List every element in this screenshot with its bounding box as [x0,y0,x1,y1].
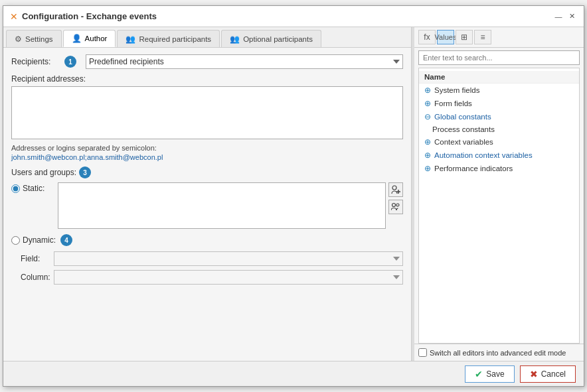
grid-button[interactable]: ⊞ [456,30,473,44]
column-row: Column: [11,270,403,285]
svg-point-0 [392,186,396,190]
dynamic-radio[interactable] [11,236,20,245]
left-panel: ⚙ Settings 👤 Author 👥 Required participa… [3,27,412,361]
title-bar-left: ✕ Configuration - Exchange events [10,11,157,22]
main-window: ✕ Configuration - Exchange events — ✕ ⚙ … [3,5,584,387]
tab-optional-participants[interactable]: 👥 Optional participants [221,30,321,47]
cancel-icon: ✖ [530,369,538,379]
recipients-select[interactable]: Predefined recipients [86,54,403,69]
users-groups-label: Users and groups: [11,168,76,177]
expand-icon-performance: ⊕ [424,164,431,173]
add-user-icon [391,185,400,194]
field-label: Field: [21,254,54,263]
close-button[interactable]: ✕ [566,11,577,22]
advanced-edit-checkbox[interactable] [418,348,427,357]
recipients-row: Recipients: 1 Predefined recipients [11,54,403,69]
static-buttons [388,182,403,229]
author-tab-icon: 👤 [72,34,82,43]
static-input-area [58,182,403,229]
tree-header: Name [419,71,579,84]
left-form: Recipients: 1 Predefined recipients Reci… [3,48,411,361]
advanced-edit-label[interactable]: Switch all editors into advanced edit mo… [418,348,566,357]
tree-item-process-constants[interactable]: Process constants [419,123,579,135]
column-label: Column: [21,273,54,282]
expand-icon-context-variables: ⊕ [424,137,431,147]
address-hint: Addresses or logins separated by semicol… [11,144,403,152]
cancel-button[interactable]: ✖ Cancel [520,365,576,383]
tree-item-global-constants[interactable]: ⊖ Global constants [419,110,579,123]
svg-point-4 [396,204,399,206]
window-title: Configuration - Exchange events [22,11,157,21]
dynamic-badge: 4 [60,234,72,246]
title-bar: ✕ Configuration - Exchange events — ✕ [3,6,584,27]
recipients-badge: 1 [64,56,76,68]
right-search-area [414,48,584,68]
users-groups-row: Users and groups: 3 [11,166,403,178]
dynamic-row: Dynamic: 4 [11,234,403,246]
dynamic-radio-label[interactable]: Dynamic: [11,235,58,245]
tree-item-form-fields[interactable]: ⊕ Form fields [419,97,579,110]
right-panel: fx Values ⊞ ≡ Name ⊕ [414,27,584,361]
expand-icon-form-fields: ⊕ [424,99,431,108]
field-row: Field: [11,251,403,266]
expand-icon-global-constants: ⊖ [424,112,431,121]
tree-item-context-variables[interactable]: ⊕ Context variables [419,135,579,149]
static-textarea[interactable] [58,182,386,229]
browse-users-button[interactable] [388,200,403,214]
add-user-button[interactable] [388,182,403,197]
bottom-bar: ✔ Save ✖ Cancel [3,361,584,386]
optional-tab-icon: 👥 [230,34,240,44]
users-groups-badge: 3 [79,166,91,178]
settings-tab-icon: ⚙ [15,34,22,44]
fx-button[interactable]: fx [418,30,436,44]
content-area: ⚙ Settings 👤 Author 👥 Required participa… [3,27,584,361]
tab-required-participants[interactable]: 👥 Required participants [117,30,220,47]
required-tab-icon: 👥 [126,34,135,44]
tree-item-performance-indicators[interactable]: ⊕ Performance indicators [419,162,579,175]
values-button[interactable]: Values [437,30,454,44]
static-row: Static: [11,182,403,229]
search-input[interactable] [418,50,580,65]
right-footer: Switch all editors into advanced edit mo… [414,344,584,361]
browse-users-icon [391,202,400,212]
static-radio-label[interactable]: Static: [11,182,58,193]
column-select[interactable] [54,270,403,285]
title-bar-controls: — ✕ [553,11,577,22]
tree-item-automation-context[interactable]: ⊕ Automation context variables [419,149,579,162]
tab-bar: ⚙ Settings 👤 Author 👥 Required participa… [3,27,411,48]
list-button[interactable]: ≡ [474,30,491,44]
recipient-addresses-section: Recipient addresses: [11,74,403,141]
save-icon: ✔ [475,369,483,379]
right-toolbar: fx Values ⊞ ≡ [414,27,584,48]
right-tree: Name ⊕ System fields ⊕ Form fields ⊖ Glo… [418,68,580,344]
field-select[interactable] [54,251,403,266]
tree-item-system-fields[interactable]: ⊕ System fields [419,84,579,97]
expand-icon-automation: ⊕ [424,151,431,160]
recipient-addresses-label: Recipient addresses: [11,74,403,84]
address-value: john.smith@webcon.pl;anna.smith@webcon.p… [11,153,403,161]
static-radio[interactable] [11,184,20,193]
tab-settings[interactable]: ⚙ Settings [6,30,62,47]
window-icon: ✕ [10,11,18,22]
tab-author[interactable]: 👤 Author [63,30,116,47]
recipients-label: Recipients: [11,57,58,66]
expand-icon-system-fields: ⊕ [424,86,431,95]
recipient-addresses-textarea[interactable] [11,86,403,139]
save-button[interactable]: ✔ Save [465,365,514,383]
svg-point-3 [392,204,396,207]
minimize-button[interactable]: — [553,11,564,22]
